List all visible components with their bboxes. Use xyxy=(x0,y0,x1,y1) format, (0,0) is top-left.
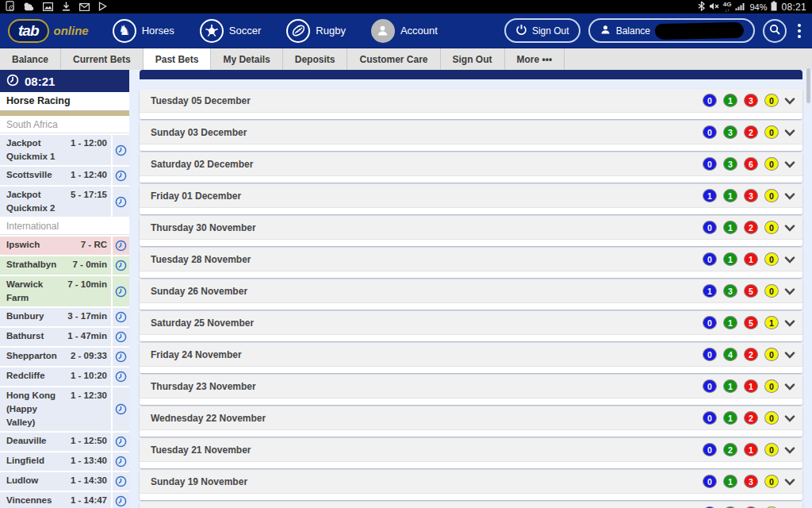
day-header[interactable]: Sunday 19 November 0130 xyxy=(140,470,802,494)
day-header[interactable]: Tuesday 21 November 0210 xyxy=(140,438,802,462)
day-header[interactable]: Wednesday 22 November 0120 xyxy=(140,406,802,430)
account-tab[interactable]: My Details xyxy=(211,48,282,71)
account-tabbar: BalanceCurrent BetsPast BetsMy DetailsDe… xyxy=(0,48,812,71)
scrollbar-thumb[interactable] xyxy=(806,68,810,103)
account-tab[interactable]: Sign Out xyxy=(441,48,505,71)
day-header[interactable]: Saturday 02 December 0360 xyxy=(140,152,802,176)
race-time-icon[interactable] xyxy=(113,387,129,431)
count-badge: 6 xyxy=(744,157,758,171)
day-header[interactable]: Sunday 03 December 0320 xyxy=(140,121,802,144)
race-time-icon[interactable] xyxy=(113,167,129,185)
race-row[interactable]: Vincennes 1 - 14:47 xyxy=(0,492,129,508)
count-badge: 0 xyxy=(703,125,717,139)
chevron-down-icon[interactable] xyxy=(784,221,795,235)
day-list: Tuesday 05 December 0130 Sunday 03 Decem… xyxy=(140,89,802,508)
race-time-icon[interactable] xyxy=(113,328,129,346)
count-badge: 3 xyxy=(723,284,737,298)
race-time-icon[interactable] xyxy=(113,433,129,451)
race-row[interactable]: Ipswich 7 - RC xyxy=(0,237,129,255)
day-header[interactable]: Friday 01 December 1130 xyxy=(140,184,802,208)
day-header[interactable]: Thursday 30 November 0120 xyxy=(140,216,802,240)
race-time-icon[interactable] xyxy=(113,308,129,326)
race-row[interactable]: Jackpot Quickmix 2 5 - 17:15 xyxy=(0,187,129,217)
count-badge: 1 xyxy=(764,316,779,329)
account-tab[interactable]: More ••• xyxy=(505,48,565,71)
sign-out-button[interactable]: Sign Out xyxy=(504,18,580,43)
count-badge: 1 xyxy=(723,411,737,425)
account-tab[interactable]: Customer Care xyxy=(347,48,440,71)
day-header[interactable]: Saturday 25 November 0151 xyxy=(140,311,802,335)
race-row[interactable]: Strathalbyn 7 - 0min xyxy=(0,256,129,275)
count-badge: 0 xyxy=(764,189,779,202)
day-card: Sunday 03 December 0320 xyxy=(140,121,802,151)
overflow-menu-icon[interactable] xyxy=(795,24,804,38)
day-card: Friday 01 December 1130 xyxy=(140,184,802,214)
chevron-down-icon[interactable] xyxy=(784,316,795,330)
chevron-down-icon[interactable] xyxy=(784,443,795,457)
balance-button[interactable]: Balance xyxy=(588,18,755,43)
race-time-icon[interactable] xyxy=(113,452,129,471)
tab-logo[interactable]: tab xyxy=(8,19,49,43)
chevron-down-icon[interactable] xyxy=(784,379,795,394)
race-row[interactable]: Ludlow 1 - 14:30 xyxy=(0,472,129,491)
race-time-icon[interactable] xyxy=(113,256,129,275)
nav-item-rugby[interactable]: Rugby xyxy=(286,19,346,43)
chevron-down-icon[interactable] xyxy=(784,348,795,362)
race-row[interactable]: Jackpot Quickmix 1 1 - 12:00 xyxy=(0,135,129,165)
gallery-icon xyxy=(43,0,53,14)
person-icon xyxy=(371,19,395,43)
count-badge: 0 xyxy=(764,348,779,361)
race-row[interactable]: Scottsville 1 - 12:40 xyxy=(0,167,129,185)
race-time-icon[interactable] xyxy=(113,237,129,255)
chevron-down-icon[interactable] xyxy=(784,189,795,203)
nav-item-soccer[interactable]: Soccer xyxy=(200,19,261,43)
count-badge: 0 xyxy=(703,252,717,266)
nav-item-horses[interactable]: ♞ Horses xyxy=(113,19,174,43)
race-row[interactable]: Redcliffe 1 - 10:20 xyxy=(0,368,129,386)
race-row[interactable]: Lingfield 1 - 13:40 xyxy=(0,452,129,471)
chevron-down-icon[interactable] xyxy=(784,284,795,298)
race-time-icon[interactable] xyxy=(113,472,129,491)
day-body xyxy=(140,144,802,151)
race-time-icon[interactable] xyxy=(113,348,129,366)
race-row[interactable]: Bathurst 1 - 47min xyxy=(0,328,129,346)
race-row[interactable]: Shepparton 2 - 09:33 xyxy=(0,348,129,366)
day-card: Saturday 25 November 0151 xyxy=(140,311,802,341)
account-tab[interactable]: Deposits xyxy=(283,48,348,71)
day-header[interactable]: Saturday 18 November 0470 xyxy=(140,502,802,508)
day-card: Tuesday 21 November 0210 xyxy=(140,438,802,468)
day-header[interactable]: Sunday 26 November 1350 xyxy=(140,279,802,303)
day-header[interactable]: Tuesday 28 November 0110 xyxy=(140,248,802,271)
race-time-icon[interactable] xyxy=(113,187,129,217)
day-card: Saturday 02 December 0360 xyxy=(140,152,802,183)
day-header[interactable]: Tuesday 05 December 0130 xyxy=(140,89,802,113)
nav-item-account[interactable]: Account xyxy=(371,19,438,43)
chevron-down-icon[interactable] xyxy=(784,94,795,108)
race-time-icon[interactable] xyxy=(113,135,129,165)
race-row[interactable]: Bunbury 3 - 17min xyxy=(0,308,129,326)
race-row[interactable]: Hong Kong (Happy Valley) 1 - 12:30 xyxy=(0,387,129,431)
day-header[interactable]: Thursday 23 November 0110 xyxy=(140,375,802,398)
day-header[interactable]: Friday 24 November 0420 xyxy=(140,343,802,367)
battery-icon xyxy=(771,1,777,13)
chevron-down-icon[interactable] xyxy=(784,157,795,171)
account-tab[interactable]: Current Bets xyxy=(61,48,144,71)
count-badge: 0 xyxy=(764,443,779,456)
chevron-down-icon[interactable] xyxy=(784,411,795,425)
race-sidebar: 08:21 Horse Racing South Africa Jackpot … xyxy=(0,70,129,508)
race-row[interactable]: Deauville 1 - 12:50 xyxy=(0,433,129,451)
race-row[interactable]: Warwick Farm 7 - 10min xyxy=(0,276,129,306)
race-time-icon[interactable] xyxy=(113,276,129,306)
count-badge: 0 xyxy=(764,125,779,139)
race-time-icon[interactable] xyxy=(113,368,129,386)
search-button[interactable] xyxy=(763,19,787,43)
chevron-down-icon[interactable] xyxy=(784,475,795,489)
count-badge: 0 xyxy=(703,348,717,361)
account-tab[interactable]: Past Bets xyxy=(144,48,212,71)
screenshot-icon xyxy=(6,0,14,14)
chevron-down-icon[interactable] xyxy=(784,125,795,140)
race-time-icon[interactable] xyxy=(113,492,129,508)
past-bets-panel: Tuesday 05 December 0130 Sunday 03 Decem… xyxy=(129,70,812,508)
account-tab[interactable]: Balance xyxy=(0,48,61,71)
chevron-down-icon[interactable] xyxy=(784,252,795,267)
